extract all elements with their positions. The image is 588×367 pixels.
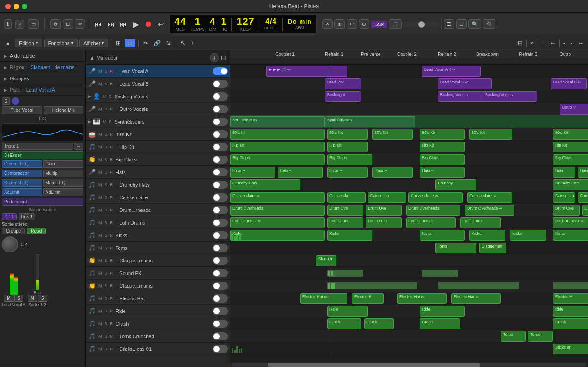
snap2-icon[interactable]: |← — [546, 39, 557, 47]
clip-crash-2[interactable]: Crash — [364, 318, 394, 329]
track-row-21[interactable]: 🎵 M S R Crash — [86, 317, 230, 330]
clip-ride-3[interactable]: Ride — [553, 306, 588, 317]
clip-80kit-1[interactable]: 80's Kit — [230, 129, 325, 140]
track-toggle-8[interactable] — [213, 156, 228, 164]
rec-7[interactable]: R — [109, 145, 114, 149]
clip-lofi-3[interactable]: LoFi Drum — [366, 217, 402, 228]
track-row-4[interactable]: 🎤 M S R I Outro Vocals — [86, 103, 230, 115]
clip-lead-a-1[interactable]: ▶ ▶ ▶ 🎵 ↩ — [266, 66, 347, 77]
input-16[interactable]: I — [115, 258, 118, 263]
clip-kicks-4[interactable]: Kicks — [469, 230, 505, 241]
clip-kicks-2[interactable]: Kicks — [327, 230, 372, 241]
track-row-5[interactable]: ▶ 🎹 M S Synthétiseurs — [86, 115, 230, 128]
undo-btn[interactable]: ↩ — [347, 19, 357, 29]
clip-toms-2[interactable]: Claquemen — [479, 243, 506, 253]
clip-crash-3[interactable]: Crash — [420, 318, 460, 329]
edition-dropdown[interactable]: Édition ▾ — [15, 39, 42, 47]
smart-controls-btn[interactable]: ⊕ — [334, 19, 345, 29]
clip-ride-2[interactable]: Ride — [420, 306, 465, 317]
fonctions-dropdown[interactable]: Fonctions ▾ — [44, 39, 78, 47]
track-toggle-19[interactable] — [213, 294, 228, 303]
clip-hats-4[interactable]: Hats ∞ — [372, 167, 413, 178]
mixer-btn[interactable]: ⊟ — [63, 19, 73, 29]
mute-2[interactable]: M — [97, 82, 103, 86]
clip-hats-3[interactable]: Hats ∞ — [327, 167, 368, 178]
mix-name-btn[interactable]: Helena Mix — [44, 106, 84, 114]
track-row-12[interactable]: 🎵 M S R I Drum...rheads — [86, 204, 230, 216]
clip-hipkit-4[interactable]: Hip Kit — [553, 142, 588, 152]
track-toggle-4[interactable] — [213, 105, 228, 113]
clip-lofi-5[interactable]: LoFi Drum — [460, 217, 501, 228]
clip-80kit-3[interactable]: 80's Kit — [372, 129, 413, 140]
track-toggle-13[interactable] — [213, 219, 228, 227]
bus-b11-btn[interactable]: B 11 — [2, 213, 17, 220]
clip-claque18-2[interactable] — [438, 282, 519, 289]
solo-14[interactable]: S — [104, 233, 108, 238]
track-row-6[interactable]: 🥁 M S R 80's Kit — [86, 128, 230, 141]
track-row-7[interactable]: 🎵 M S R I Hip Kit — [86, 141, 230, 153]
input-2[interactable]: I — [115, 82, 118, 86]
clip-electrichat-1[interactable]: Electric Hat ∞ — [300, 293, 347, 304]
clip-backing-3[interactable]: Backing Vocals — [483, 91, 537, 102]
minimize-button[interactable] — [14, 4, 19, 9]
track-row-15[interactable]: 🎵 M S R Toms — [86, 242, 230, 254]
clip-drumoh-7[interactable]: Drum — [582, 205, 588, 216]
clip-hipkit-3[interactable]: Hip Kit — [420, 142, 465, 152]
track-toggle-10[interactable] — [213, 181, 228, 189]
close-button[interactable] — [5, 4, 11, 9]
track-row-22[interactable]: 🎵 M S R I Toms Crunched — [86, 330, 230, 343]
solo-left-btn[interactable]: S — [14, 295, 24, 302]
clip-caisse-5[interactable]: Caisse claire ∞ — [467, 192, 512, 203]
clip-drumoh-6[interactable]: Drum Ove — [553, 205, 580, 216]
metronome-btn[interactable]: 🎵 — [389, 19, 402, 29]
rec-4[interactable]: R — [109, 107, 114, 111]
clip-hats-6[interactable]: Hats — [553, 167, 575, 178]
clip-tomscr-1[interactable]: Toms — [501, 331, 526, 342]
track-row-11[interactable]: 🎵 M S R I Caisse claire — [86, 191, 230, 204]
solo-20[interactable]: S — [104, 309, 108, 313]
track-row-16[interactable]: 👏 M S R I Claque...mains — [86, 254, 230, 267]
track-row-20[interactable]: 🎵 M S R Ride — [86, 305, 230, 317]
clip-hipkit-1[interactable]: Hip Kit — [230, 142, 325, 152]
clip-80kit-2[interactable]: 80's Kit — [327, 129, 368, 140]
add-track-btn[interactable]: + — [210, 53, 219, 62]
mute-14[interactable]: M — [97, 233, 103, 238]
solo-7[interactable]: S — [104, 145, 108, 149]
solo-4[interactable]: S — [104, 107, 108, 111]
track-row-19[interactable]: 🎵 M S R I Electric Hat — [86, 292, 230, 305]
clip-toms-1[interactable]: Toms — [435, 243, 476, 253]
list-mode-icon[interactable]: ☰ — [125, 39, 135, 47]
clip-bigclaps-3[interactable]: Big Claps — [420, 154, 465, 165]
input-7[interactable]: I — [115, 145, 118, 149]
grid-options-icon[interactable]: ⊟ — [221, 54, 226, 61]
zoom-out-icon[interactable]: - — [561, 39, 567, 47]
clip-drumoh-3[interactable]: Drum Ove — [366, 205, 402, 216]
track-toggle-3[interactable] — [213, 92, 228, 101]
track-toggle-17[interactable] — [213, 269, 228, 277]
clip-caisse-1[interactable]: Caisse claire ∞ — [230, 192, 325, 203]
groupe-btn[interactable]: Groupe — [2, 228, 25, 234]
clip-soundfx-1[interactable] — [327, 270, 363, 277]
track-row-14[interactable]: 🎵 M S R Kicks — [86, 229, 230, 242]
waveform-icon[interactable]: ≈ — [528, 39, 535, 47]
navigate-up-btn[interactable]: ▲ — [3, 40, 13, 47]
clip-hats-1[interactable]: Hats ∞ — [230, 167, 275, 178]
clip-caisse-7[interactable]: Caisse — [578, 192, 588, 203]
mute-22[interactable]: M — [97, 334, 103, 339]
track-toggle-2[interactable] — [213, 80, 228, 88]
plugin-adlimit2[interactable]: AdLimit — [43, 188, 84, 196]
track-toggle-5[interactable] — [213, 118, 228, 126]
clip-80kit-4[interactable]: 80's Kit — [420, 129, 465, 140]
clip-bigclaps-2[interactable]: Big Claps — [327, 154, 372, 165]
clip-lofi-1[interactable]: LoFi Drums 2 ∞ — [230, 217, 325, 228]
rec-6[interactable]: R — [109, 132, 114, 137]
plugin-deeser[interactable]: DeEsser — [2, 151, 83, 159]
clip-caisse-2[interactable]: Caisse cla — [327, 192, 366, 203]
clip-lofi-4[interactable]: LoFi Drums 2 — [406, 217, 456, 228]
clip-outro-1[interactable]: Outro V — [560, 104, 588, 115]
clip-kicks-1[interactable]: Kicks — [230, 230, 325, 241]
clip-electrichat-3[interactable]: Electric Hat ∞ — [397, 293, 447, 304]
plugin-channel-eq1[interactable]: Channel EQ — [2, 160, 42, 168]
mute-23[interactable]: M — [97, 347, 103, 351]
track-toggle-22[interactable] — [213, 332, 228, 340]
